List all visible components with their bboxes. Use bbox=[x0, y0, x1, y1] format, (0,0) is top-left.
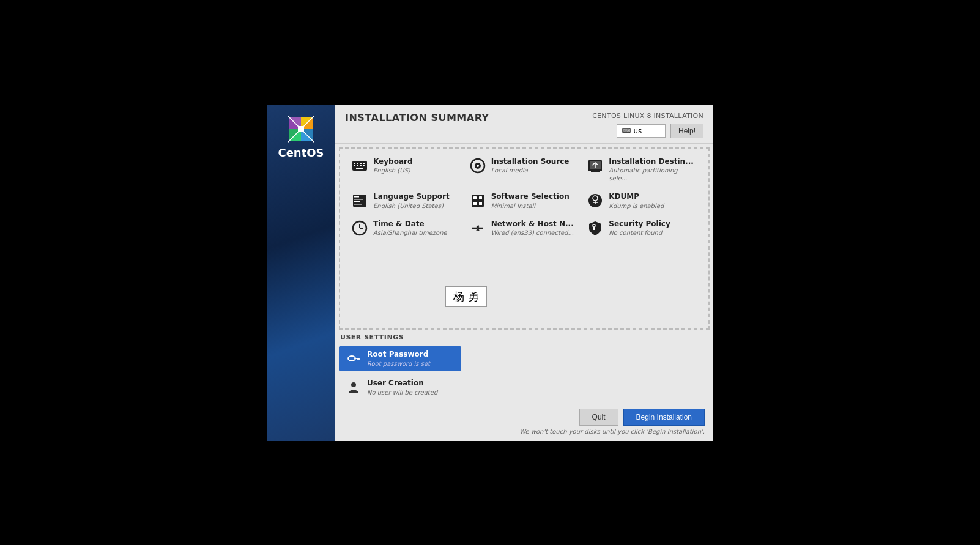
language-support-item[interactable]: Language Support English (United States) bbox=[349, 190, 464, 212]
header-left: INSTALLATION SUMMARY bbox=[345, 112, 489, 124]
root-password-text: Root Password Root password is set bbox=[367, 350, 430, 368]
installation-source-item[interactable]: Installation Source Local media bbox=[467, 155, 582, 185]
footer-note: We won't touch your disks until you clic… bbox=[519, 428, 705, 435]
page-title: INSTALLATION SUMMARY bbox=[345, 112, 489, 124]
keyboard-text: Keyboard English (US) bbox=[373, 157, 413, 175]
software-selection-text: Software Selection Minimal Install bbox=[491, 192, 570, 210]
svg-rect-20 bbox=[363, 165, 365, 166]
root-password-title: Root Password bbox=[367, 350, 430, 360]
ime-popup: 杨 勇 bbox=[445, 286, 487, 307]
items-grid: Keyboard English (US) Installatio bbox=[349, 155, 700, 240]
time-date-text: Time & Date Asia/Shanghai timezone bbox=[373, 220, 447, 237]
language-support-text: Language Support English (United States) bbox=[373, 192, 450, 210]
installation-source-text: Installation Source Local media bbox=[491, 157, 570, 175]
svg-rect-16 bbox=[363, 163, 365, 164]
root-password-subtitle: Root password is set bbox=[367, 360, 430, 368]
sections-container: Keyboard English (US) Installatio bbox=[339, 147, 710, 330]
main-content: INSTALLATION SUMMARY CENTOS LINUX 8 INST… bbox=[335, 105, 713, 441]
svg-rect-41 bbox=[472, 199, 484, 202]
security-policy-title: Security Policy bbox=[609, 220, 670, 229]
svg-rect-34 bbox=[354, 204, 362, 205]
language-support-subtitle: English (United States) bbox=[373, 202, 450, 210]
svg-rect-14 bbox=[357, 163, 358, 164]
time-date-subtitle: Asia/Shanghai timezone bbox=[373, 229, 447, 237]
svg-rect-27 bbox=[593, 170, 598, 171]
network-host-icon bbox=[469, 220, 486, 237]
svg-rect-32 bbox=[354, 199, 363, 200]
time-date-item[interactable]: Time & Date Asia/Shanghai timezone bbox=[349, 217, 464, 240]
security-policy-item[interactable]: Security Policy No content found bbox=[584, 217, 700, 240]
time-date-title: Time & Date bbox=[373, 220, 447, 229]
software-selection-subtitle: Minimal Install bbox=[491, 202, 570, 210]
network-host-text: Network & Host N... Wired (ens33) connec… bbox=[491, 220, 574, 237]
svg-rect-19 bbox=[360, 165, 362, 166]
svg-rect-21 bbox=[356, 168, 363, 169]
help-button[interactable]: Help! bbox=[670, 124, 703, 138]
kdump-item[interactable]: KDUMP Kdump is enabled bbox=[584, 190, 700, 212]
svg-rect-28 bbox=[591, 171, 600, 172]
network-host-subtitle: Wired (ens33) connected... bbox=[491, 229, 574, 237]
keyboard-icon bbox=[351, 157, 368, 174]
installation-source-subtitle: Local media bbox=[491, 166, 570, 174]
footer: Quit Begin Installation We won't touch y… bbox=[335, 404, 713, 441]
user-creation-title: User Creation bbox=[367, 379, 437, 388]
software-selection-icon bbox=[469, 192, 486, 209]
language-support-title: Language Support bbox=[373, 192, 450, 202]
header-controls: ⌨ us Help! bbox=[617, 124, 703, 138]
kdump-text: KDUMP Kdump is enabled bbox=[609, 192, 664, 210]
sidebar: CentOS bbox=[267, 105, 335, 441]
footer-buttons: Quit Begin Installation bbox=[579, 409, 705, 426]
installation-destination-icon bbox=[587, 157, 604, 174]
keyboard-layout-value: us bbox=[633, 127, 642, 135]
root-password-icon bbox=[345, 350, 362, 368]
kdump-icon bbox=[587, 192, 604, 209]
svg-rect-37 bbox=[479, 196, 482, 199]
keyboard-item[interactable]: Keyboard English (US) bbox=[349, 155, 464, 185]
network-host-item[interactable]: Network & Host N... Wired (ens33) connec… bbox=[467, 217, 582, 240]
svg-rect-18 bbox=[357, 165, 358, 166]
header: INSTALLATION SUMMARY CENTOS LINUX 8 INST… bbox=[335, 105, 713, 144]
header-right: CENTOS LINUX 8 INSTALLATION ⌨ us Help! bbox=[592, 112, 703, 138]
centos-logo-icon bbox=[288, 116, 314, 143]
svg-rect-31 bbox=[354, 196, 359, 198]
language-support-icon bbox=[351, 192, 368, 209]
software-selection-title: Software Selection bbox=[491, 192, 570, 202]
kdump-subtitle: Kdump is enabled bbox=[609, 202, 664, 210]
security-policy-subtitle: No content found bbox=[609, 229, 670, 237]
user-settings-section: USER SETTINGS Root Password Roo bbox=[339, 333, 710, 399]
user-creation-subtitle: No user will be created bbox=[367, 388, 437, 396]
installation-source-title: Installation Source bbox=[491, 157, 570, 167]
user-creation-text: User Creation No user will be created bbox=[367, 379, 437, 396]
time-date-icon bbox=[351, 220, 368, 237]
user-creation-item[interactable]: User Creation No user will be created bbox=[339, 375, 461, 400]
software-selection-item[interactable]: Software Selection Minimal Install bbox=[467, 190, 582, 212]
user-settings-label: USER SETTINGS bbox=[339, 333, 710, 341]
installation-source-icon bbox=[469, 157, 486, 174]
installation-destination-title: Installation Destin... bbox=[609, 157, 697, 167]
user-creation-icon bbox=[345, 379, 362, 396]
svg-rect-17 bbox=[354, 165, 355, 166]
keyboard-icon: ⌨ bbox=[622, 127, 631, 134]
centos-logo-text: CentOS bbox=[278, 146, 324, 159]
installation-destination-subtitle: Automatic partitioning sele... bbox=[609, 166, 697, 182]
keyboard-subtitle: English (US) bbox=[373, 166, 413, 174]
svg-rect-39 bbox=[479, 202, 482, 205]
begin-installation-button[interactable]: Begin Installation bbox=[623, 409, 705, 426]
svg-point-55 bbox=[351, 382, 356, 387]
keyboard-layout-input[interactable]: ⌨ us bbox=[617, 124, 666, 138]
root-password-item[interactable]: Root Password Root password is set bbox=[339, 346, 461, 371]
installation-destination-item[interactable]: Installation Destin... Automatic partiti… bbox=[584, 155, 700, 185]
centos-logo: CentOS bbox=[278, 116, 324, 159]
security-policy-icon bbox=[587, 220, 604, 237]
network-host-title: Network & Host N... bbox=[491, 220, 574, 229]
svg-rect-15 bbox=[360, 163, 362, 164]
kdump-title: KDUMP bbox=[609, 192, 664, 202]
ime-text: 杨 勇 bbox=[453, 289, 479, 304]
centos-label: CENTOS LINUX 8 INSTALLATION bbox=[592, 112, 703, 120]
keyboard-title: Keyboard bbox=[373, 157, 413, 167]
security-policy-text: Security Policy No content found bbox=[609, 220, 670, 237]
installation-destination-text: Installation Destin... Automatic partiti… bbox=[609, 157, 697, 183]
svg-rect-33 bbox=[354, 201, 360, 202]
quit-button[interactable]: Quit bbox=[579, 409, 618, 426]
user-items: Root Password Root password is set User … bbox=[339, 346, 710, 399]
